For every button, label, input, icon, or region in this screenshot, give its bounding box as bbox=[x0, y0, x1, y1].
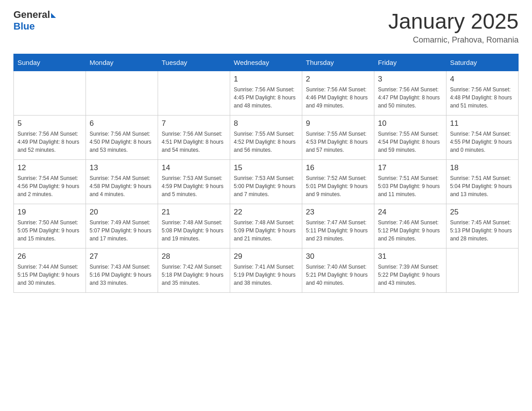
day-number: 15 bbox=[234, 163, 298, 172]
day-number: 14 bbox=[162, 163, 226, 172]
calendar-body: 1Sunrise: 7:56 AM Sunset: 4:45 PM Daylig… bbox=[14, 71, 519, 293]
calendar-cell: 14Sunrise: 7:53 AM Sunset: 4:59 PM Dayli… bbox=[158, 160, 230, 204]
day-number: 29 bbox=[234, 252, 298, 261]
calendar-cell: 3Sunrise: 7:56 AM Sunset: 4:47 PM Daylig… bbox=[374, 71, 446, 116]
day-number: 10 bbox=[378, 119, 442, 128]
day-number: 20 bbox=[90, 208, 154, 217]
calendar-week-row: 5Sunrise: 7:56 AM Sunset: 4:49 PM Daylig… bbox=[14, 116, 519, 160]
day-info: Sunrise: 7:55 AM Sunset: 4:54 PM Dayligh… bbox=[378, 130, 442, 154]
day-info: Sunrise: 7:49 AM Sunset: 5:07 PM Dayligh… bbox=[90, 218, 154, 243]
day-info: Sunrise: 7:52 AM Sunset: 5:01 PM Dayligh… bbox=[306, 174, 370, 198]
calendar-cell: 6Sunrise: 7:56 AM Sunset: 4:50 PM Daylig… bbox=[86, 116, 158, 160]
calendar-cell: 31Sunrise: 7:39 AM Sunset: 5:22 PM Dayli… bbox=[374, 248, 446, 293]
day-number: 7 bbox=[162, 119, 226, 128]
day-of-week-header: Wednesday bbox=[230, 54, 302, 71]
calendar-cell: 29Sunrise: 7:41 AM Sunset: 5:19 PM Dayli… bbox=[230, 248, 302, 293]
calendar-cell: 20Sunrise: 7:49 AM Sunset: 5:07 PM Dayli… bbox=[86, 204, 158, 248]
day-of-week-header: Monday bbox=[86, 54, 158, 71]
day-number: 24 bbox=[378, 208, 442, 217]
day-number: 22 bbox=[234, 208, 298, 217]
day-info: Sunrise: 7:42 AM Sunset: 5:18 PM Dayligh… bbox=[162, 263, 226, 287]
day-number: 25 bbox=[450, 208, 515, 217]
calendar-cell: 4Sunrise: 7:56 AM Sunset: 4:48 PM Daylig… bbox=[446, 71, 519, 116]
calendar-cell: 10Sunrise: 7:55 AM Sunset: 4:54 PM Dayli… bbox=[374, 116, 446, 160]
day-info: Sunrise: 7:46 AM Sunset: 5:12 PM Dayligh… bbox=[378, 218, 442, 243]
calendar-cell: 18Sunrise: 7:51 AM Sunset: 5:04 PM Dayli… bbox=[446, 160, 519, 204]
day-number: 12 bbox=[17, 163, 82, 172]
day-number: 27 bbox=[90, 252, 154, 261]
calendar-cell: 2Sunrise: 7:56 AM Sunset: 4:46 PM Daylig… bbox=[302, 71, 374, 116]
calendar-cell: 11Sunrise: 7:54 AM Sunset: 4:55 PM Dayli… bbox=[446, 116, 519, 160]
calendar-cell: 5Sunrise: 7:56 AM Sunset: 4:49 PM Daylig… bbox=[14, 116, 86, 160]
calendar-cell: 16Sunrise: 7:52 AM Sunset: 5:01 PM Dayli… bbox=[302, 160, 374, 204]
calendar-table: SundayMondayTuesdayWednesdayThursdayFrid… bbox=[13, 54, 519, 293]
day-info: Sunrise: 7:48 AM Sunset: 5:08 PM Dayligh… bbox=[162, 218, 226, 243]
day-number: 21 bbox=[162, 208, 226, 217]
day-number: 16 bbox=[306, 163, 370, 172]
day-of-week-header: Tuesday bbox=[158, 54, 230, 71]
calendar-week-row: 1Sunrise: 7:56 AM Sunset: 4:45 PM Daylig… bbox=[14, 71, 519, 116]
calendar-cell: 26Sunrise: 7:44 AM Sunset: 5:15 PM Dayli… bbox=[14, 248, 86, 293]
calendar-cell: 8Sunrise: 7:55 AM Sunset: 4:52 PM Daylig… bbox=[230, 116, 302, 160]
day-info: Sunrise: 7:56 AM Sunset: 4:47 PM Dayligh… bbox=[378, 86, 442, 110]
day-number: 2 bbox=[306, 75, 370, 84]
day-number: 13 bbox=[90, 163, 154, 172]
calendar-cell: 19Sunrise: 7:50 AM Sunset: 5:05 PM Dayli… bbox=[14, 204, 86, 248]
title-section: January 2025 Comarnic, Prahova, Romania bbox=[388, 9, 519, 45]
day-info: Sunrise: 7:56 AM Sunset: 4:49 PM Dayligh… bbox=[17, 130, 82, 154]
day-of-week-header: Thursday bbox=[302, 54, 374, 71]
calendar-cell: 24Sunrise: 7:46 AM Sunset: 5:12 PM Dayli… bbox=[374, 204, 446, 248]
calendar-cell: 25Sunrise: 7:45 AM Sunset: 5:13 PM Dayli… bbox=[446, 204, 519, 248]
calendar-cell: 12Sunrise: 7:54 AM Sunset: 4:56 PM Dayli… bbox=[14, 160, 86, 204]
calendar-week-row: 26Sunrise: 7:44 AM Sunset: 5:15 PM Dayli… bbox=[14, 248, 519, 293]
day-info: Sunrise: 7:55 AM Sunset: 4:53 PM Dayligh… bbox=[306, 130, 370, 154]
day-info: Sunrise: 7:47 AM Sunset: 5:11 PM Dayligh… bbox=[306, 218, 370, 243]
day-info: Sunrise: 7:44 AM Sunset: 5:15 PM Dayligh… bbox=[17, 263, 82, 287]
day-info: Sunrise: 7:56 AM Sunset: 4:46 PM Dayligh… bbox=[306, 86, 370, 110]
day-number: 19 bbox=[17, 208, 82, 217]
day-info: Sunrise: 7:48 AM Sunset: 5:09 PM Dayligh… bbox=[234, 218, 298, 243]
calendar-cell: 13Sunrise: 7:54 AM Sunset: 4:58 PM Dayli… bbox=[86, 160, 158, 204]
calendar-cell: 27Sunrise: 7:43 AM Sunset: 5:16 PM Dayli… bbox=[86, 248, 158, 293]
day-info: Sunrise: 7:51 AM Sunset: 5:04 PM Dayligh… bbox=[450, 174, 515, 198]
calendar-cell: 17Sunrise: 7:51 AM Sunset: 5:03 PM Dayli… bbox=[374, 160, 446, 204]
day-number: 26 bbox=[17, 252, 82, 261]
calendar-cell: 1Sunrise: 7:56 AM Sunset: 4:45 PM Daylig… bbox=[230, 71, 302, 116]
calendar-cell: 9Sunrise: 7:55 AM Sunset: 4:53 PM Daylig… bbox=[302, 116, 374, 160]
day-info: Sunrise: 7:56 AM Sunset: 4:51 PM Dayligh… bbox=[162, 130, 226, 154]
day-number: 18 bbox=[450, 163, 515, 172]
day-info: Sunrise: 7:39 AM Sunset: 5:22 PM Dayligh… bbox=[378, 263, 442, 287]
day-info: Sunrise: 7:55 AM Sunset: 4:52 PM Dayligh… bbox=[234, 130, 298, 154]
calendar-cell: 23Sunrise: 7:47 AM Sunset: 5:11 PM Dayli… bbox=[302, 204, 374, 248]
calendar-cell bbox=[158, 71, 230, 116]
day-info: Sunrise: 7:54 AM Sunset: 4:55 PM Dayligh… bbox=[450, 130, 515, 154]
calendar-week-row: 19Sunrise: 7:50 AM Sunset: 5:05 PM Dayli… bbox=[14, 204, 519, 248]
day-number: 4 bbox=[450, 75, 515, 84]
header-row: SundayMondayTuesdayWednesdayThursdayFrid… bbox=[14, 54, 519, 71]
calendar-cell: 28Sunrise: 7:42 AM Sunset: 5:18 PM Dayli… bbox=[158, 248, 230, 293]
day-number: 1 bbox=[234, 75, 298, 84]
calendar-cell: 30Sunrise: 7:40 AM Sunset: 5:21 PM Dayli… bbox=[302, 248, 374, 293]
day-number: 11 bbox=[450, 119, 515, 128]
day-info: Sunrise: 7:41 AM Sunset: 5:19 PM Dayligh… bbox=[234, 263, 298, 287]
logo-triangle-icon bbox=[51, 13, 56, 18]
calendar-cell bbox=[86, 71, 158, 116]
day-number: 28 bbox=[162, 252, 226, 261]
day-info: Sunrise: 7:45 AM Sunset: 5:13 PM Dayligh… bbox=[450, 218, 515, 243]
day-info: Sunrise: 7:51 AM Sunset: 5:03 PM Dayligh… bbox=[378, 174, 442, 198]
day-number: 5 bbox=[17, 119, 82, 128]
day-number: 6 bbox=[90, 119, 154, 128]
calendar-header: SundayMondayTuesdayWednesdayThursdayFrid… bbox=[14, 54, 519, 71]
logo: General Blue bbox=[13, 9, 56, 33]
day-info: Sunrise: 7:56 AM Sunset: 4:50 PM Dayligh… bbox=[90, 130, 154, 154]
page-header: General Blue January 2025 Comarnic, Prah… bbox=[13, 9, 519, 45]
logo-blue: Blue bbox=[13, 21, 35, 32]
day-info: Sunrise: 7:40 AM Sunset: 5:21 PM Dayligh… bbox=[306, 263, 370, 287]
day-number: 30 bbox=[306, 252, 370, 261]
logo-general: General bbox=[13, 9, 50, 20]
day-number: 31 bbox=[378, 252, 442, 261]
day-info: Sunrise: 7:54 AM Sunset: 4:58 PM Dayligh… bbox=[90, 174, 154, 198]
calendar-cell bbox=[446, 248, 519, 293]
day-info: Sunrise: 7:50 AM Sunset: 5:05 PM Dayligh… bbox=[17, 218, 82, 243]
calendar-cell: 21Sunrise: 7:48 AM Sunset: 5:08 PM Dayli… bbox=[158, 204, 230, 248]
